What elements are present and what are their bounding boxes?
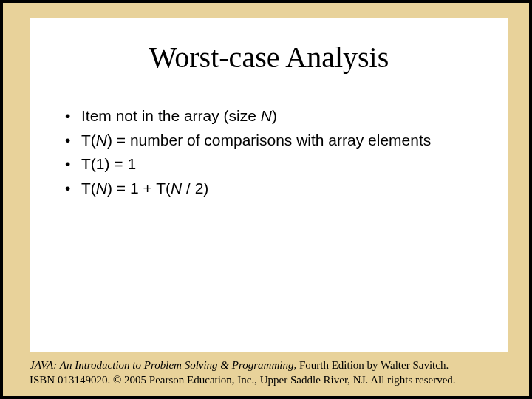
list-item: • T(1) = 1: [65, 152, 486, 177]
bullet-icon: •: [65, 129, 81, 153]
slide-title: Worst-case Analysis: [30, 40, 508, 75]
text-italic: N: [96, 132, 107, 149]
bullet-icon: •: [65, 152, 81, 177]
bullet-icon: •: [65, 177, 81, 201]
text-italic: N: [261, 107, 272, 124]
text-run: / 2): [182, 180, 208, 197]
list-item: • T(N) = number of comparisons with arra…: [65, 129, 486, 153]
text-run: ): [272, 107, 277, 124]
slide: Worst-case Analysis • Item not in the ar…: [0, 0, 532, 399]
footer: JAVA: An Introduction to Problem Solving…: [30, 358, 508, 388]
text-run: Item not in the array (size: [81, 107, 261, 124]
bullet-text: T(N) = number of comparisons with array …: [81, 129, 486, 153]
bullet-text: T(N) = 1 + T(N / 2): [81, 177, 486, 201]
bullet-text: T(1) = 1: [81, 152, 486, 177]
bullet-text: Item not in the array (size N): [81, 104, 486, 129]
footer-edition: , Fourth Edition by Walter Savitch.: [293, 359, 449, 371]
text-run: ) = number of comparisons with array ele…: [107, 132, 431, 149]
list-item: • T(N) = 1 + T(N / 2): [65, 177, 486, 201]
footer-copyright: ISBN 013149020. © 2005 Pearson Education…: [30, 374, 456, 386]
text-run: T(: [81, 180, 96, 197]
footer-book-title: JAVA: An Introduction to Problem Solving…: [30, 359, 293, 371]
text-run: ) = 1 + T(: [107, 180, 171, 197]
bullet-list: • Item not in the array (size N) • T(N) …: [30, 104, 508, 200]
text-italic: N: [96, 180, 107, 197]
content-area: Worst-case Analysis • Item not in the ar…: [30, 18, 508, 352]
text-run: T(1) = 1: [81, 155, 136, 172]
bullet-icon: •: [65, 104, 81, 129]
list-item: • Item not in the array (size N): [65, 104, 486, 129]
text-run: T(: [81, 132, 96, 149]
text-italic: N: [171, 180, 182, 197]
